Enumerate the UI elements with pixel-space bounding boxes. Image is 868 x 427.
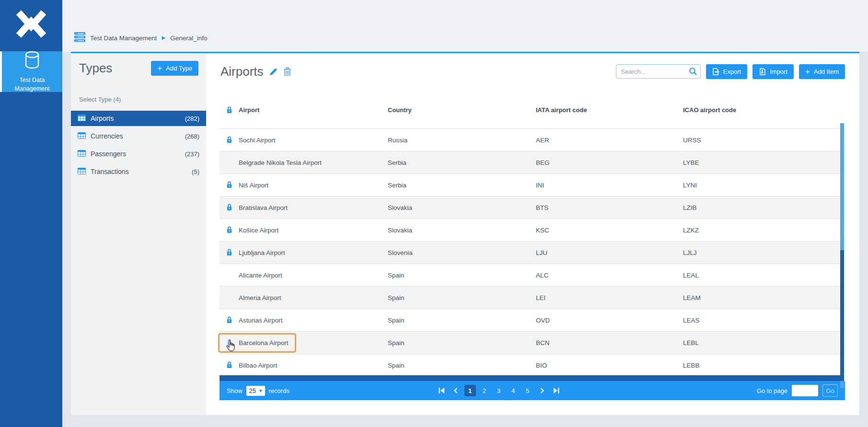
cell-airport: Niš Airport bbox=[239, 182, 388, 189]
cell-country: Spain bbox=[388, 272, 536, 279]
table-row[interactable]: Bilbao Airport Spain BIO LEBB bbox=[220, 354, 844, 377]
delete-type-button[interactable] bbox=[284, 67, 291, 76]
main-area: Airports bbox=[206, 53, 859, 415]
edit-type-button[interactable] bbox=[269, 67, 278, 76]
types-panel-title: Types bbox=[79, 61, 112, 76]
cell-iata: LJU bbox=[536, 249, 683, 256]
export-button[interactable]: Export bbox=[706, 64, 748, 79]
type-list-item[interactable]: Passengers (237) bbox=[71, 146, 206, 162]
page-number-button[interactable]: 5 bbox=[522, 385, 533, 396]
page-number-button[interactable]: 4 bbox=[508, 385, 519, 396]
first-page-button[interactable] bbox=[436, 385, 447, 396]
page-size-value: 25 bbox=[249, 387, 256, 394]
page-size-select[interactable]: 25 ▼ bbox=[246, 386, 265, 396]
type-list-item[interactable]: Airports (282) bbox=[71, 111, 206, 126]
search-input[interactable] bbox=[616, 64, 701, 79]
table-icon bbox=[78, 150, 86, 158]
breadcrumb-current[interactable]: General_info bbox=[170, 35, 207, 42]
search-icon[interactable] bbox=[689, 67, 697, 78]
goto-page-input[interactable] bbox=[792, 385, 818, 396]
lock-icon[interactable] bbox=[226, 338, 232, 347]
column-header-country: Country bbox=[388, 106, 536, 114]
import-button[interactable]: Import bbox=[752, 64, 794, 79]
cell-airport: Bratislava Airport bbox=[239, 204, 388, 211]
column-header-icao: ICAO airport code bbox=[683, 106, 844, 114]
table-row[interactable]: Ljubljana Airport Slovenia LJU LJLJ bbox=[220, 242, 844, 264]
app-logo-icon bbox=[0, 0, 62, 46]
horizontal-scroll-strip[interactable] bbox=[220, 375, 844, 381]
scrollbar-thumb[interactable] bbox=[840, 250, 844, 376]
cell-icao: LYNI bbox=[683, 182, 844, 189]
table-icon bbox=[78, 115, 86, 123]
lock-icon[interactable] bbox=[226, 136, 232, 145]
type-count: (237) bbox=[185, 150, 199, 158]
last-page-button[interactable] bbox=[551, 385, 562, 396]
cell-airport: Barcelona Airport bbox=[239, 339, 388, 346]
sidebar: Test Data Management bbox=[0, 0, 62, 427]
table-row[interactable]: Belgrade Nikola Tesla Airport Serbia BEG… bbox=[220, 151, 844, 174]
lock-icon[interactable] bbox=[226, 181, 232, 190]
type-list: Airports (282) Currencies (268) bbox=[71, 111, 206, 179]
page-number-button[interactable]: 3 bbox=[493, 385, 505, 396]
cell-airport: Ljubljana Airport bbox=[239, 249, 388, 256]
trash-icon bbox=[284, 67, 291, 76]
table-row[interactable]: Košice Airport Slovakia KSC LZKZ bbox=[220, 219, 844, 242]
table-icon bbox=[78, 132, 86, 140]
column-header-iata: IATA airport code bbox=[536, 106, 683, 114]
table-row[interactable]: Alicante Airport Spain ALC LEAL bbox=[220, 264, 844, 287]
type-count: (5) bbox=[192, 168, 199, 175]
table-row[interactable]: Asturias Airport Spain OVD LEAS bbox=[220, 309, 844, 332]
add-item-button[interactable]: + Add Item bbox=[799, 64, 845, 79]
plus-icon: + bbox=[157, 64, 162, 72]
table-row[interactable]: Sochi Airport Russia AER URSS bbox=[220, 129, 844, 151]
breadcrumb-root[interactable]: Test Data Management bbox=[90, 35, 157, 42]
chevron-right-icon bbox=[540, 388, 544, 393]
page-number-button[interactable]: 2 bbox=[479, 385, 490, 396]
export-icon bbox=[712, 68, 719, 75]
lock-icon bbox=[220, 106, 239, 114]
previous-page-button[interactable] bbox=[450, 385, 462, 396]
cell-iata: BTS bbox=[536, 204, 683, 211]
cell-airport: Sochi Airport bbox=[239, 137, 388, 144]
sidebar-item-label: Test Data Management bbox=[2, 76, 62, 93]
cell-country: Serbia bbox=[388, 159, 536, 166]
table-row[interactable]: Almeria Airport Spain LEI LEAM bbox=[220, 287, 844, 309]
plus-icon: + bbox=[805, 68, 810, 76]
import-icon bbox=[759, 68, 766, 75]
page-number-button[interactable]: 1 bbox=[464, 385, 476, 396]
cell-icao: LYBE bbox=[683, 159, 844, 166]
lock-icon[interactable] bbox=[226, 316, 232, 325]
cell-iata: OVD bbox=[536, 317, 683, 324]
cell-icao: LEBL bbox=[683, 339, 844, 346]
cell-country: Spain bbox=[388, 362, 536, 369]
cell-icao: LZKZ bbox=[683, 227, 844, 234]
type-label: Transactions bbox=[91, 168, 129, 175]
table-row[interactable]: Barcelona Airport Spain BCN LEBL bbox=[220, 332, 844, 354]
table-row[interactable]: Niš Airport Serbia INI LYNI bbox=[220, 174, 844, 196]
add-type-button[interactable]: + Add Type bbox=[151, 61, 198, 76]
type-list-item[interactable]: Transactions (5) bbox=[71, 164, 206, 179]
page-title: Airports bbox=[220, 64, 264, 79]
go-button[interactable]: Go bbox=[822, 384, 838, 397]
cell-airport: Alicante Airport bbox=[239, 272, 388, 279]
items-table: Airport Country IATA airport code ICAO a… bbox=[220, 100, 844, 377]
lock-icon[interactable] bbox=[226, 203, 232, 212]
lock-icon[interactable] bbox=[226, 361, 232, 370]
lock-icon[interactable] bbox=[226, 248, 232, 257]
table-row[interactable]: Bratislava Airport Slovakia BTS LZIB bbox=[220, 196, 844, 219]
vertical-scrollbar[interactable] bbox=[840, 123, 844, 376]
table-header: Airport Country IATA airport code ICAO a… bbox=[220, 100, 844, 120]
dropdown-arrow-icon: ▼ bbox=[258, 388, 263, 393]
sidebar-item-test-data-management[interactable]: Test Data Management bbox=[0, 51, 62, 92]
lock-icon[interactable] bbox=[226, 226, 232, 235]
cell-icao: LJLJ bbox=[683, 249, 844, 256]
cell-icao: LEAL bbox=[683, 272, 844, 279]
next-page-button[interactable] bbox=[536, 385, 548, 396]
cell-country: Slovakia bbox=[388, 204, 536, 211]
type-list-item[interactable]: Currencies (268) bbox=[71, 128, 206, 144]
cell-airport: Košice Airport bbox=[239, 227, 388, 234]
cell-iata: AER bbox=[536, 137, 683, 144]
data-stack-icon bbox=[74, 32, 85, 44]
cell-iata: INI bbox=[536, 182, 683, 189]
cell-iata: BEG bbox=[536, 159, 683, 166]
